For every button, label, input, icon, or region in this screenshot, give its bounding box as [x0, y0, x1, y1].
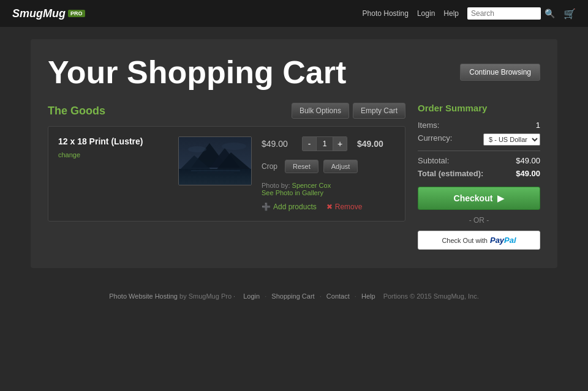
order-summary-title: Order Summary [418, 103, 540, 113]
total-row: Total (estimated): $49.00 [418, 169, 540, 178]
adjust-button[interactable]: Adjust [323, 160, 358, 173]
header-nav: Photo Hosting Login Help 🔍 🛒 [363, 7, 576, 20]
paypal-logo: PayPal [490, 236, 516, 245]
see-gallery-link[interactable]: See Photo in Gallery [262, 189, 323, 196]
checkout-button[interactable]: Checkout ▶ [418, 187, 540, 210]
total-price: $49.00 [357, 139, 383, 149]
quantity-increase-button[interactable]: + [333, 137, 347, 151]
footer-by: by SmugMug Pro · [179, 292, 235, 300]
footer-sep-2: · [265, 292, 266, 300]
remove-button[interactable]: ✖ Remove [326, 203, 363, 211]
footer-login[interactable]: Login [243, 292, 260, 300]
item-change-link[interactable]: change [58, 151, 80, 158]
quantity-input[interactable] [316, 137, 333, 151]
footer-sep-4: · [355, 292, 356, 300]
total-value: $49.00 [516, 169, 540, 178]
items-count: 1 [536, 121, 540, 130]
footer-sep-3: · [320, 292, 322, 300]
main-content: Your Shopping Cart Continue Browsing The… [31, 39, 557, 268]
summary-divider [418, 151, 540, 151]
or-divider: - OR - [418, 216, 540, 225]
pro-badge: PRO [68, 10, 85, 17]
photographer-link[interactable]: Spencer Cox [292, 182, 331, 189]
add-products-button[interactable]: ➕ Add products [262, 203, 317, 211]
footer-contact[interactable]: Contact [326, 292, 350, 300]
photo-by-label: Photo by: [262, 182, 290, 189]
crop-row: Crop Reset Adjust [262, 160, 395, 173]
total-label: Total (estimated): [418, 169, 483, 178]
cart-icon[interactable]: 🛒 [564, 8, 576, 20]
page-title-row: Your Shopping Cart Continue Browsing [48, 54, 540, 91]
currency-select[interactable]: $ - US Dollar [483, 133, 540, 146]
svg-point-8 [188, 146, 206, 152]
checkout-arrow-icon: ▶ [497, 193, 504, 203]
svg-rect-7 [197, 173, 234, 173]
footer-shopping-cart[interactable]: Shopping Cart [271, 292, 314, 300]
section-buttons: Bulk Options Empty Cart [292, 103, 405, 119]
quantity-decrease-button[interactable]: - [303, 137, 316, 151]
svg-point-9 [222, 143, 246, 150]
currency-row: Currency: $ - US Dollar [418, 133, 540, 146]
continue-browsing-button[interactable]: Continue Browsing [460, 64, 540, 81]
remove-icon: ✖ [326, 203, 333, 211]
footer-photo-hosting[interactable]: Photo Website Hosting [109, 292, 178, 300]
checkout-label: Checkout [454, 193, 493, 203]
paypal-check-out-label: Check Out with [442, 237, 488, 244]
subtotal-label: Subtotal: [418, 156, 449, 165]
logo-text: SmugMug [12, 7, 66, 20]
paypal-button[interactable]: Check Out with PayPal [418, 231, 540, 250]
add-products-label: Add products [273, 203, 317, 211]
item-controls: $49.00 - + $49.00 Crop Reset [262, 136, 395, 211]
crop-label: Crop [262, 162, 280, 171]
item-footer: Photo by: Spencer Cox See Photo in Galle… [262, 182, 395, 196]
search-area: 🔍 [467, 7, 555, 20]
header: SmugMug PRO Photo Hosting Login Help 🔍 🛒 [0, 0, 588, 27]
nav-login[interactable]: Login [417, 9, 435, 18]
item-name: 12 x 18 Print (Lustre) [58, 136, 168, 146]
bulk-options-button[interactable]: Bulk Options [292, 103, 349, 119]
subtotal-row: Subtotal: $49.00 [418, 156, 540, 165]
order-summary: Order Summary Items: 1 Currency: $ - US … [418, 103, 540, 250]
section-title: The Goods [48, 105, 105, 117]
nav-photo-hosting[interactable]: Photo Hosting [363, 9, 409, 18]
unit-price: $49.00 [262, 139, 292, 149]
item-actions: ➕ Add products ✖ Remove [262, 203, 395, 211]
quantity-control: - + [302, 136, 347, 151]
price-qty-row: $49.00 - + $49.00 [262, 136, 395, 151]
items-label: Items: [418, 121, 439, 130]
item-info: 12 x 18 Print (Lustre) change [58, 136, 168, 159]
cart-body: The Goods Bulk Options Empty Cart 12 x 1… [48, 103, 540, 250]
search-input[interactable] [467, 7, 541, 20]
logo-area: SmugMug PRO [12, 7, 85, 20]
subtotal-value: $49.00 [516, 156, 540, 165]
page-title: Your Shopping Cart [48, 54, 346, 91]
cart-items-section: The Goods Bulk Options Empty Cart 12 x 1… [48, 103, 405, 250]
svg-rect-5 [179, 169, 252, 185]
currency-label: Currency: [418, 133, 452, 146]
cart-item: 12 x 18 Print (Lustre) change [48, 126, 405, 222]
footer: Photo Website Hosting by SmugMug Pro · L… [0, 280, 588, 312]
remove-label: Remove [335, 203, 363, 211]
add-icon: ➕ [262, 203, 271, 211]
search-button[interactable]: 🔍 [545, 9, 555, 18]
items-row: Items: 1 [418, 121, 540, 130]
footer-help[interactable]: Help [361, 292, 375, 300]
nav-help[interactable]: Help [443, 9, 459, 18]
empty-cart-button[interactable]: Empty Cart [353, 103, 405, 119]
section-header: The Goods Bulk Options Empty Cart [48, 103, 405, 119]
photo-thumbnail [178, 136, 252, 185]
footer-copyright: Portions © 2015 SmugMug, Inc. [383, 292, 479, 300]
reset-button[interactable]: Reset [285, 160, 318, 173]
item-image [178, 136, 252, 185]
svg-rect-6 [191, 170, 240, 171]
